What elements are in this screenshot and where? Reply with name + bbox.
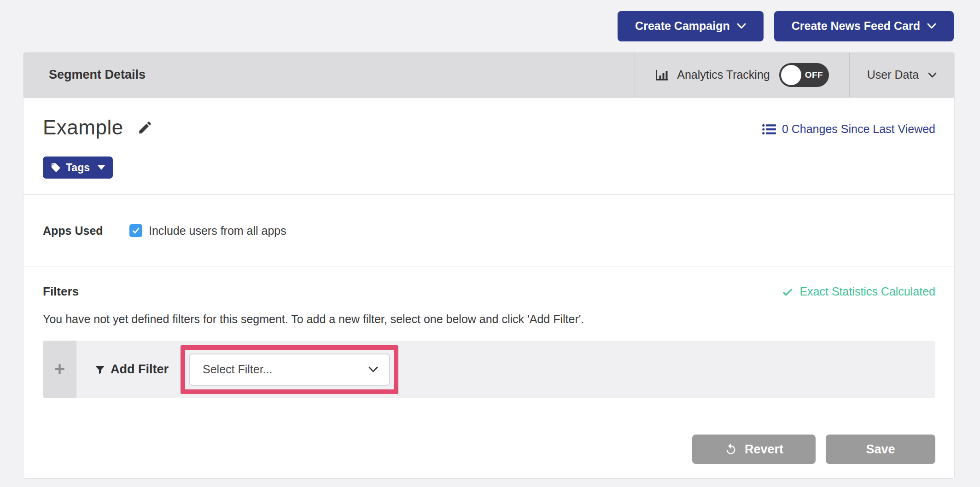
tag-icon xyxy=(51,162,61,173)
filters-empty-message: You have not yet defined filters for thi… xyxy=(43,313,935,326)
exact-statistics-status: Exact Statistics Calculated xyxy=(782,285,935,298)
revert-button-label: Revert xyxy=(745,442,783,457)
save-button-label: Save xyxy=(866,442,895,457)
add-filter-row-button[interactable]: + xyxy=(43,341,76,398)
filters-title: Filters xyxy=(43,284,79,299)
chevron-down-icon xyxy=(737,23,746,29)
tags-button-label: Tags xyxy=(66,162,90,174)
include-all-apps-label: Include users from all apps xyxy=(149,224,286,238)
analytics-tracking-label: Analytics Tracking xyxy=(677,68,770,81)
add-filter-label: Add Filter xyxy=(111,362,169,377)
select-filter-tutorial-highlight: Select Filter... xyxy=(181,345,398,394)
apps-used-label: Apps Used xyxy=(43,224,129,238)
create-campaign-label: Create Campaign xyxy=(635,19,730,33)
add-filter-button[interactable]: Add Filter xyxy=(92,362,171,377)
chevron-down-icon xyxy=(927,23,936,29)
tags-button[interactable]: Tags xyxy=(43,157,113,179)
analytics-bar-chart-icon xyxy=(655,69,670,81)
exact-statistics-label: Exact Statistics Calculated xyxy=(799,285,935,298)
analytics-tracking-section: Analytics Tracking OFF xyxy=(635,52,849,97)
segment-name-section: Example 0 Changes Since Last Viewed xyxy=(23,98,954,194)
user-data-dropdown[interactable]: User Data xyxy=(849,52,954,97)
top-action-bar: Create Campaign Create News Feed Card xyxy=(0,0,980,52)
create-news-feed-card-label: Create News Feed Card xyxy=(792,19,920,33)
plus-icon: + xyxy=(54,359,65,378)
edit-segment-name-button[interactable] xyxy=(137,120,153,135)
user-data-label: User Data xyxy=(867,68,919,81)
save-button[interactable]: Save xyxy=(826,435,935,464)
card-footer: Revert Save xyxy=(23,420,954,478)
page-title: Segment Details xyxy=(23,52,635,97)
segment-details-card: Segment Details Analytics Tracking OFF U… xyxy=(23,52,955,479)
analytics-tracking-toggle[interactable]: OFF xyxy=(779,63,829,87)
filter-select-value: Select Filter... xyxy=(203,363,272,376)
changes-since-last-viewed-link[interactable]: 0 Changes Since Last Viewed xyxy=(762,122,935,136)
toggle-knob xyxy=(781,65,801,85)
check-icon xyxy=(131,226,140,235)
include-all-apps-checkbox[interactable] xyxy=(129,224,142,237)
filters-section: Filters Exact Statistics Calculated You … xyxy=(23,267,954,420)
chevron-down-icon xyxy=(928,72,937,78)
revert-icon xyxy=(724,443,737,456)
create-news-feed-card-button[interactable]: Create News Feed Card xyxy=(774,11,954,41)
include-all-apps-checkbox-row: Include users from all apps xyxy=(129,224,286,238)
check-icon xyxy=(782,286,793,298)
segment-name: Example xyxy=(43,116,123,139)
toggle-state-label: OFF xyxy=(805,70,823,80)
filter-select[interactable]: Select Filter... xyxy=(189,354,390,386)
caret-down-icon xyxy=(98,165,105,170)
chevron-down-icon xyxy=(368,366,378,372)
revert-button[interactable]: Revert xyxy=(692,435,816,464)
pencil-icon xyxy=(137,120,153,135)
funnel-icon xyxy=(94,364,105,375)
create-campaign-button[interactable]: Create Campaign xyxy=(618,11,764,41)
segment-details-header: Segment Details Analytics Tracking OFF U… xyxy=(23,52,954,98)
add-filter-bar: + Add Filter Select Filter... xyxy=(43,341,935,398)
changes-link-label: 0 Changes Since Last Viewed xyxy=(782,122,935,136)
apps-used-section: Apps Used Include users from all apps xyxy=(23,194,954,267)
changes-list-icon xyxy=(762,124,776,135)
